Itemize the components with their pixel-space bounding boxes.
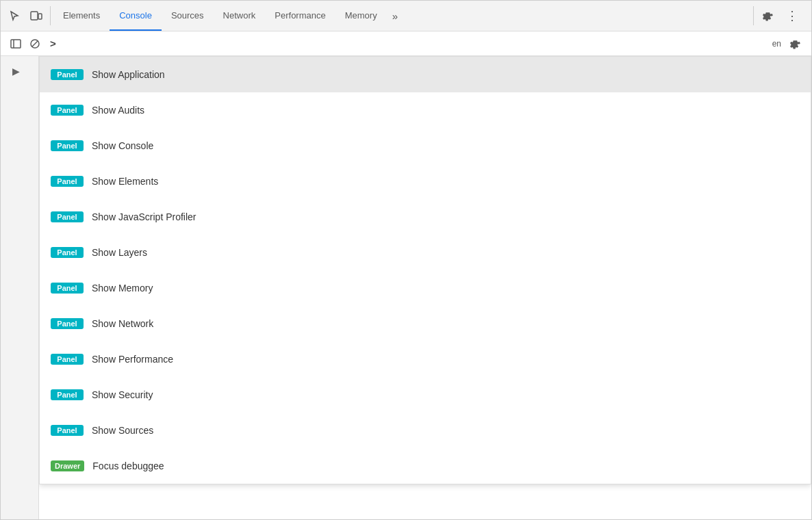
badge-panel: Panel <box>51 247 84 258</box>
toolbar: Elements Console Sources Network Perform… <box>1 1 811 31</box>
autocomplete-label: Show Audits <box>92 105 144 116</box>
autocomplete-item[interactable]: PanelShow Performance <box>40 341 811 377</box>
console-prompt[interactable]: > <box>47 38 772 49</box>
badge-panel: Panel <box>51 283 84 294</box>
console-input[interactable] <box>59 38 770 49</box>
devtools-window: Elements Console Sources Network Perform… <box>0 0 812 520</box>
console-settings-btn[interactable] <box>784 33 806 55</box>
sidebar-toggle-icon[interactable] <box>6 34 25 53</box>
settings-icon-btn[interactable] <box>757 5 778 27</box>
more-options-btn[interactable]: ⋮ <box>781 5 803 27</box>
autocomplete-dropdown: PanelShow ApplicationPanelShow AuditsPan… <box>39 56 811 484</box>
toolbar-divider <box>50 6 51 25</box>
autocomplete-item[interactable]: PanelShow Application <box>40 57 811 92</box>
device-icon-btn[interactable] <box>25 5 47 27</box>
tab-sources[interactable]: Sources <box>162 1 214 31</box>
autocomplete-item[interactable]: PanelShow Sources <box>40 413 811 448</box>
svg-rect-1 <box>38 14 42 19</box>
autocomplete-item[interactable]: PanelShow Memory <box>40 270 811 306</box>
autocomplete-label: Show JavaScript Profiler <box>92 211 196 222</box>
badge-panel: Panel <box>51 318 84 329</box>
badge-panel: Panel <box>51 105 84 116</box>
badge-panel: Panel <box>51 176 84 187</box>
cursor-icon-btn[interactable] <box>3 5 25 27</box>
prompt-arrow: > <box>50 38 56 49</box>
autocomplete-item[interactable]: PanelShow Elements <box>40 164 811 199</box>
badge-panel: Panel <box>51 211 84 222</box>
tab-memory[interactable]: Memory <box>335 1 387 31</box>
autocomplete-item[interactable]: PanelShow JavaScript Profiler <box>40 199 811 235</box>
badge-panel: Panel <box>51 425 84 436</box>
autocomplete-container: PanelShow ApplicationPanelShow AuditsPan… <box>39 56 811 519</box>
autocomplete-label: Show Network <box>92 318 153 329</box>
console-right-icons: en <box>772 33 806 55</box>
svg-line-5 <box>32 41 38 47</box>
autocomplete-item[interactable]: PanelShow Layers <box>40 235 811 270</box>
clear-console-icon[interactable] <box>25 34 45 53</box>
autocomplete-label: Show Layers <box>92 247 147 258</box>
autocomplete-label: Focus debuggee <box>92 460 164 471</box>
left-panel: ▶ <box>1 56 39 519</box>
autocomplete-item[interactable]: DrawerFocus debuggee <box>40 448 811 484</box>
tab-overflow[interactable]: » <box>387 1 403 31</box>
toolbar-divider-right <box>753 6 754 25</box>
svg-rect-2 <box>11 40 21 48</box>
autocomplete-label: Show Memory <box>92 283 153 294</box>
autocomplete-label: Show Sources <box>92 425 153 436</box>
toolbar-right: ⋮ <box>757 5 809 27</box>
tab-elements[interactable]: Elements <box>53 1 110 31</box>
tab-console[interactable]: Console <box>110 1 162 31</box>
autocomplete-item[interactable]: PanelShow Network <box>40 306 811 341</box>
badge-panel: Panel <box>51 389 84 400</box>
autocomplete-label: Show Security <box>92 389 153 400</box>
autocomplete-item[interactable]: PanelShow Console <box>40 128 811 164</box>
badge-panel: Panel <box>51 140 84 151</box>
autocomplete-label: Show Console <box>92 140 153 151</box>
badge-panel: Panel <box>51 354 84 365</box>
expand-arrow[interactable]: ▶ <box>3 62 28 81</box>
svg-rect-0 <box>31 12 38 20</box>
autocomplete-item[interactable]: PanelShow Security <box>40 377 811 413</box>
autocomplete-label: Show Application <box>92 69 165 80</box>
badge-panel: Panel <box>51 69 84 80</box>
tab-performance[interactable]: Performance <box>265 1 335 31</box>
tab-network[interactable]: Network <box>214 1 266 31</box>
badge-drawer: Drawer <box>51 460 84 471</box>
console-filter-label: en <box>772 39 781 49</box>
autocomplete-item[interactable]: PanelShow Audits <box>40 92 811 128</box>
main-content: ▶ PanelShow ApplicationPanelShow AuditsP… <box>1 56 811 519</box>
autocomplete-label: Show Performance <box>92 354 173 365</box>
tab-list: Elements Console Sources Network Perform… <box>53 1 750 31</box>
console-bar: > en <box>1 31 811 56</box>
autocomplete-label: Show Elements <box>92 176 158 187</box>
